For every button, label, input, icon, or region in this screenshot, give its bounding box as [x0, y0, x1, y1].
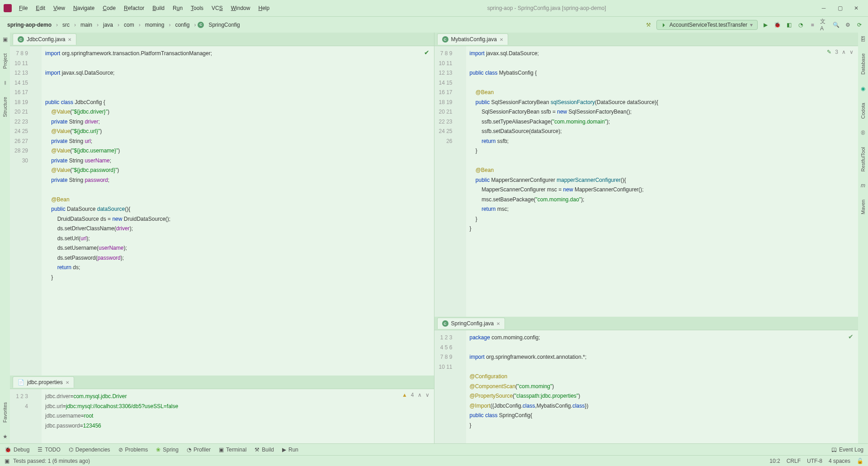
tab-close-icon[interactable]: ✕ [496, 321, 500, 326]
menu-navigate[interactable]: Navigate [70, 3, 98, 13]
search-icon[interactable]: 🔍 [832, 21, 840, 29]
tab-jdbcproperties[interactable]: 📄 jdbc.properties ✕ [13, 376, 74, 388]
breadcrumb-item[interactable]: src [60, 21, 72, 29]
menu-build[interactable]: Build [149, 3, 168, 13]
tabbar-left-top: C JdbcConfig.java ✕ [10, 33, 434, 46]
menu-tools[interactable]: Tools [187, 3, 207, 13]
properties-icon: 📄 [18, 379, 24, 385]
tab-close-icon[interactable]: ✕ [66, 380, 69, 385]
toolbar: spring-aop-demo› src› main› java› com› m… [0, 16, 868, 33]
editor-springconfig[interactable]: 1 2 3 4 5 6 7 8 9 10 11 package com.momi… [434, 330, 859, 443]
chevron-down-icon: ▾ [750, 22, 753, 28]
restful-tool[interactable]: RestfulTool [860, 145, 866, 173]
gauge-icon: ◔ [187, 447, 191, 453]
breadcrumb-item[interactable]: config [172, 21, 192, 29]
tab-jdbcconfig[interactable]: C JdbcConfig.java ✕ [13, 33, 76, 45]
run-icon[interactable]: ▶ [761, 21, 769, 29]
menu-edit[interactable]: Edit [32, 3, 49, 13]
terminal-tool[interactable]: ▣Terminal [219, 447, 246, 453]
right-tool-gutter: 🗄 Database ◉ Codota ® RestfulTool m Mave… [858, 33, 868, 443]
todo-tool[interactable]: ☰TODO [38, 447, 60, 453]
breadcrumb-item[interactable]: spring-aop-demo [5, 21, 54, 29]
stop-icon[interactable]: ■ [808, 21, 816, 29]
main-area: ▣ Project ⦀ Structure Favorites ★ C Jdbc… [0, 33, 868, 443]
editor-jdbcconfig[interactable]: 7 8 9 10 11 12 13 14 15 16 17 18 19 20 2… [10, 46, 434, 376]
sync-icon[interactable]: ⟳ [855, 21, 863, 29]
left-tool-gutter: ▣ Project ⦀ Structure Favorites ★ [0, 33, 10, 443]
breadcrumb-item[interactable]: main [78, 21, 95, 29]
database-icon[interactable]: 🗄 [860, 36, 866, 43]
translate-icon[interactable]: 文A [820, 21, 828, 29]
profile-icon[interactable]: ◔ [797, 21, 805, 29]
star-icon[interactable]: ★ [3, 433, 8, 440]
project-tool[interactable]: Project [2, 52, 8, 71]
minimize-icon[interactable]: ─ [820, 5, 827, 12]
nav-up-icon[interactable]: ∧ [418, 392, 422, 398]
codota-tool[interactable]: Codota [860, 101, 866, 120]
eventlog-tool[interactable]: 🕮Event Log [831, 447, 863, 453]
maximize-icon[interactable]: ▢ [836, 5, 844, 12]
nav-up-icon[interactable]: ∧ [842, 49, 846, 55]
close-icon[interactable]: ✕ [853, 5, 860, 12]
tab-springconfig[interactable]: C SpringConfig.java ✕ [437, 318, 505, 329]
maven-tool[interactable]: Maven [860, 198, 866, 216]
app-logo-icon [4, 4, 12, 12]
breadcrumb-item[interactable]: SpringConfig [206, 21, 242, 29]
tabbar-right-bottom: C SpringConfig.java ✕ [434, 317, 859, 330]
bottom-toolstrip: 🐞Debug ☰TODO ⌬Dependencies ⊘Problems ❀Sp… [0, 443, 868, 455]
tab-close-icon[interactable]: ✕ [68, 37, 71, 42]
menu-vcs[interactable]: VCS [208, 3, 226, 13]
debug-icon[interactable]: 🐞 [773, 21, 781, 29]
hammer-icon[interactable]: ⚒ [645, 21, 653, 29]
menu-window[interactable]: Window [227, 3, 254, 13]
restful-icon[interactable]: ® [861, 130, 865, 136]
menu-refactor[interactable]: Refactor [120, 3, 148, 13]
status-indent[interactable]: 4 spaces [829, 458, 850, 464]
tabbar-left-bottom: 📄 jdbc.properties ✕ [10, 376, 434, 389]
class-icon: C [18, 36, 24, 43]
status-encoding[interactable]: UTF-8 [807, 458, 822, 464]
spring-tool[interactable]: ❀Spring [156, 447, 179, 453]
dependencies-tool[interactable]: ⌬Dependencies [69, 447, 110, 453]
codota-icon[interactable]: ◉ [861, 86, 865, 92]
menu-help[interactable]: Help [255, 3, 273, 13]
maven-icon[interactable]: m [861, 182, 865, 189]
menu-code[interactable]: Code [99, 3, 119, 13]
class-icon: C [442, 36, 448, 43]
run-config-selector[interactable]: ⏵ AccountServiceTest.testTransfer ▾ [656, 20, 758, 30]
toolwin-toggle-icon[interactable]: ▣ [5, 458, 9, 464]
nav-down-icon[interactable]: ∨ [425, 392, 429, 398]
breadcrumb-item[interactable]: com [121, 21, 137, 29]
editor-properties[interactable]: 1 2 3 4 jdbc.driver=com.mysql.jdbc.Drive… [10, 389, 434, 443]
tab-mybatisconfig[interactable]: C MybatisConfig.java ✕ [437, 33, 508, 45]
profiler-tool[interactable]: ◔Profiler [187, 447, 211, 453]
build-tool[interactable]: ⚒Build [255, 447, 274, 453]
status-line-sep[interactable]: CRLF [787, 458, 801, 464]
menu-run[interactable]: Run [169, 3, 186, 13]
coverage-icon[interactable]: ◧ [785, 21, 793, 29]
graph-icon: ⌬ [69, 447, 73, 453]
run-tool[interactable]: ▶Run [282, 447, 298, 453]
folder-icon[interactable]: ▣ [3, 36, 8, 43]
settings-icon[interactable]: ⚙ [844, 21, 852, 29]
editor-mybatisconfig[interactable]: 7 8 9 10 11 12 13 14 15 16 17 18 19 20 2… [434, 46, 859, 317]
structure-tool[interactable]: Structure [2, 95, 8, 119]
problems-tool[interactable]: ⊘Problems [118, 447, 148, 453]
spring-icon: ❀ [156, 447, 160, 453]
menu-file[interactable]: File [15, 3, 31, 13]
debug-tool[interactable]: 🐞Debug [5, 447, 29, 453]
bug-icon: 🐞 [5, 447, 11, 453]
breadcrumb-item[interactable]: java [100, 21, 116, 29]
database-tool[interactable]: Database [860, 52, 866, 76]
menubar: File Edit View Navigate Code Refactor Bu… [0, 0, 868, 16]
favorites-tool[interactable]: Favorites [2, 400, 8, 424]
structure-icon[interactable]: ⦀ [4, 80, 6, 86]
lock-icon[interactable]: 🔓 [857, 458, 863, 464]
check-ok-icon: ✔ [848, 333, 854, 340]
tab-close-icon[interactable]: ✕ [500, 37, 503, 42]
breadcrumb-item[interactable]: moming [142, 21, 167, 29]
nav-down-icon[interactable]: ∨ [849, 49, 854, 55]
alert-icon: ⊘ [118, 447, 123, 453]
menu-view[interactable]: View [50, 3, 69, 13]
status-caret-pos[interactable]: 10:2 [769, 458, 780, 464]
